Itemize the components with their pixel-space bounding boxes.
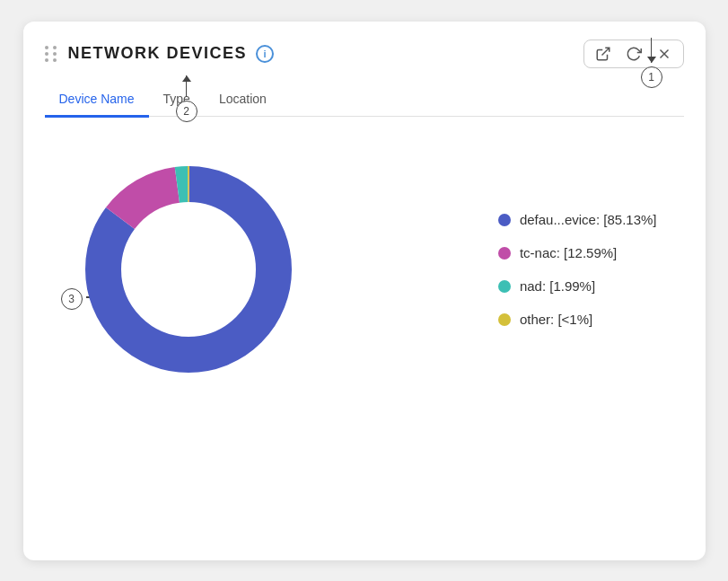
- legend-dot-tcnac: [498, 247, 511, 260]
- legend-label-nad: nad: [1.99%]: [520, 278, 595, 294]
- network-devices-card: NETWORK DEVICES i: [23, 22, 706, 560]
- legend-item-nad: nad: [1.99%]: [498, 278, 657, 294]
- annotation-1-arrow: [651, 38, 653, 63]
- donut-chart: [72, 153, 305, 386]
- chart-legend: defau...evice: [85.13%] tc-nac: [12.59%]…: [498, 212, 657, 327]
- tabs-bar: Device Name Type Location: [45, 84, 684, 118]
- content-area: 3: [45, 117, 684, 404]
- legend-item-other: other: [<1%]: [498, 312, 657, 327]
- info-icon[interactable]: i: [256, 45, 274, 63]
- annotation-2: 2: [176, 75, 197, 122]
- legend-dot-default: [498, 214, 511, 226]
- tab-device-name[interactable]: Device Name: [45, 84, 149, 118]
- drag-handle-icon[interactable]: [45, 46, 59, 62]
- card-header: NETWORK DEVICES i: [45, 40, 684, 68]
- card-title: NETWORK DEVICES: [68, 44, 248, 63]
- legend-dot-nad: [498, 280, 511, 293]
- donut-svg: [72, 153, 305, 386]
- legend-item-tcnac: tc-nac: [12.59%]: [498, 245, 657, 260]
- external-link-button[interactable]: [592, 44, 615, 64]
- legend-item-default: defau...evice: [85.13%]: [498, 212, 657, 227]
- annotation-2-arrow: [186, 75, 188, 97]
- header-left: NETWORK DEVICES i: [45, 44, 275, 63]
- legend-dot-other: [498, 313, 511, 326]
- header-actions: [583, 40, 684, 68]
- annotation-1: 1: [641, 38, 662, 88]
- tab-location[interactable]: Location: [205, 84, 281, 118]
- legend-label-tcnac: tc-nac: [12.59%]: [520, 245, 617, 260]
- legend-label-other: other: [<1%]: [520, 312, 592, 327]
- legend-label-default: defau...evice: [85.13%]: [520, 212, 657, 227]
- svg-line-0: [601, 48, 609, 55]
